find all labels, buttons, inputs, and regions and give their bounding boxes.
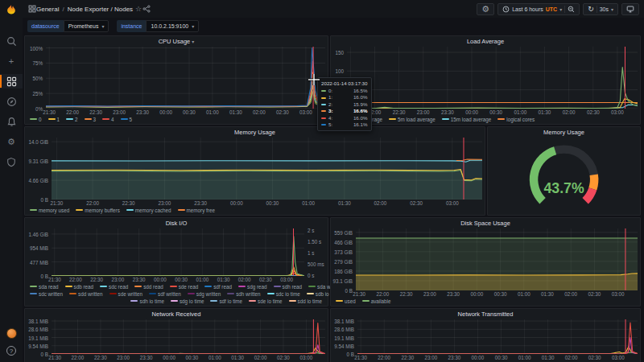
panel-title[interactable]: Disk Space Usage xyxy=(331,218,640,228)
legend-item[interactable]: sdg read xyxy=(238,284,267,290)
panel-title[interactable]: CPU Usage▾ xyxy=(25,36,328,47)
legend-item[interactable]: sdf read xyxy=(204,284,232,290)
share-icon[interactable] xyxy=(142,5,151,14)
tooltip-series-value: 16.5% xyxy=(345,88,368,94)
graph-canvas[interactable] xyxy=(357,319,638,354)
instance-select[interactable]: 10.0.2.15:9100 ▾ xyxy=(146,20,199,32)
graph-legend: memory usedmemory buffersmemory cachedme… xyxy=(25,207,482,214)
legend-item[interactable]: sde read xyxy=(170,284,199,290)
legend-item[interactable]: sdf io time xyxy=(210,298,242,304)
graph-canvas[interactable] xyxy=(356,228,638,290)
legend-item[interactable]: sda read xyxy=(30,284,59,290)
graph-canvas[interactable] xyxy=(52,138,482,200)
legend-item[interactable]: 5 xyxy=(121,117,133,122)
time-picker-button[interactable]: Last 6 hours UTC ▾ xyxy=(497,3,580,15)
sidebar-item-explore[interactable] xyxy=(0,94,23,109)
legend-item[interactable]: memory used xyxy=(30,208,69,213)
legend-item[interactable]: logical cores xyxy=(497,117,535,122)
legend-item[interactable]: sdb read xyxy=(65,284,94,290)
legend-item[interactable]: sdg written xyxy=(188,291,221,297)
zoom-out-icon[interactable] xyxy=(568,6,575,13)
graph-canvas[interactable] xyxy=(347,47,638,109)
panel-network-received: Network Received 38.1 MiB28.6 MiB19.1 Mi… xyxy=(24,308,328,362)
legend-swatch xyxy=(126,209,134,211)
x-tick: 02:00 xyxy=(253,109,266,115)
legend-item[interactable]: sdd read xyxy=(134,284,163,290)
user-avatar[interactable] xyxy=(6,328,17,339)
legend-item[interactable]: sdh io time xyxy=(130,298,163,304)
graph-legend: 012345 xyxy=(25,116,325,123)
legend-item[interactable]: sdh written xyxy=(227,291,260,297)
network-received-graph[interactable]: 38.1 MiB28.6 MiB19.1 MiB9.54 MiB0 B21:30… xyxy=(25,319,328,362)
panel-title[interactable]: Memory Usage xyxy=(25,127,485,138)
breadcrumb-dashboard[interactable]: Node Exporter / Nodes xyxy=(68,6,133,13)
refresh-interval-label: 30s xyxy=(600,6,609,12)
legend-swatch xyxy=(102,118,109,120)
panel-title[interactable]: Load Average xyxy=(331,36,640,47)
legend-item[interactable]: 4 xyxy=(102,117,114,122)
legend-item[interactable]: sdd written xyxy=(69,291,102,297)
sidebar-item-configuration[interactable]: ⚙ xyxy=(0,134,23,149)
graph-canvas[interactable] xyxy=(46,47,325,109)
sidebar-item-search[interactable] xyxy=(0,34,23,48)
legend-swatch xyxy=(30,286,37,287)
legend-item[interactable]: sdg io time xyxy=(171,298,204,304)
star-icon[interactable]: ☆ xyxy=(135,5,142,13)
sidebar-item-server-admin[interactable] xyxy=(0,154,23,169)
refresh-button[interactable]: ↻ 30s ▾ xyxy=(583,3,618,15)
legend-item[interactable]: 15m load average xyxy=(442,117,491,122)
help-icon[interactable]: ? xyxy=(6,346,16,356)
chevron-down-icon: ▾ xyxy=(611,6,613,12)
legend-item[interactable]: sdh read xyxy=(274,284,303,290)
panel-title[interactable]: Network Transmitted xyxy=(331,309,640,319)
legend-label: sdg io time xyxy=(180,298,204,304)
dashboard-settings-button[interactable]: ⚙ xyxy=(477,3,494,15)
disk-io-graph[interactable]: 1.46 GiB954 MiB477 MiB0 B2 s1.50 s1 s500… xyxy=(25,228,328,306)
legend-item[interactable]: sdf written xyxy=(149,291,181,297)
x-tick: 21:30 xyxy=(354,355,367,360)
panel-title[interactable]: Network Received xyxy=(25,309,328,319)
legend-item[interactable]: 1 xyxy=(48,117,60,122)
legend-item[interactable]: memory cached xyxy=(126,208,171,213)
network-transmitted-graph[interactable]: 38.1 MiB28.6 MiB19.1 MiB9.54 MiB0 B21:30… xyxy=(331,319,640,362)
datasource-select[interactable]: Prometheus ▾ xyxy=(64,20,109,32)
breadcrumb-folder[interactable]: General xyxy=(36,6,59,13)
topbar: General / Node Exporter / Nodes ☆ ⚙ Last… xyxy=(23,0,644,18)
legend-swatch xyxy=(308,286,316,287)
legend-item[interactable]: sdd io time xyxy=(289,298,322,304)
memory-usage-graph[interactable]: 14.0 GiB9.31 GiB4.66 GiB0 B21:3022:0022:… xyxy=(25,138,485,215)
legend-item[interactable]: 3 xyxy=(85,117,97,122)
legend-label: sdc read xyxy=(109,284,128,290)
disk-space-usage-graph[interactable]: 559 GiB466 GiB373 GiB279 GiB186 GiB93.1 … xyxy=(331,228,640,306)
x-tick: 02:00 xyxy=(238,277,251,282)
legend-item[interactable]: 5m load average xyxy=(389,117,436,122)
legend-item[interactable]: sdc io time xyxy=(267,291,300,297)
legend-item[interactable]: sde written xyxy=(109,291,142,297)
x-tick: 23:30 xyxy=(194,200,207,206)
legend-item[interactable]: sdc written xyxy=(30,291,63,297)
legend-item[interactable]: 2 xyxy=(66,117,78,122)
chevron-down-icon: ▾ xyxy=(559,6,562,12)
graph-canvas[interactable] xyxy=(52,319,325,354)
legend-item[interactable]: memory free xyxy=(178,208,215,213)
graph-legend: 1m load average5m load average15m load a… xyxy=(331,116,638,123)
graph-canvas[interactable] xyxy=(52,228,304,276)
y-axis-right: 2 s1.50 s1 s500 ms0 s xyxy=(304,228,325,276)
panel-title[interactable]: Disk I/O xyxy=(25,218,328,228)
grafana-logo-icon[interactable] xyxy=(5,3,18,16)
sidebar-item-dashboards[interactable] xyxy=(0,74,23,88)
legend-item[interactable]: sdc read xyxy=(100,284,128,290)
legend-item[interactable]: 0 xyxy=(30,117,42,122)
y-tick: 93.1 GiB xyxy=(332,278,353,283)
legend-item[interactable]: memory buffers xyxy=(76,208,120,213)
legend-item[interactable]: sde io time xyxy=(249,298,282,304)
cpu-usage-graph[interactable]: 100%75%50%25%0%21:3022:0022:3023:0023:30… xyxy=(25,47,328,124)
kiosk-mode-button[interactable] xyxy=(621,3,639,15)
panel-title[interactable]: Memory Usage xyxy=(488,127,640,138)
legend-item[interactable]: used xyxy=(336,298,356,304)
y-tick: 0 B xyxy=(41,197,48,203)
legend-item[interactable]: available xyxy=(362,298,391,304)
sidebar-item-alerting[interactable] xyxy=(0,114,23,129)
sidebar-item-create[interactable]: + xyxy=(0,54,23,68)
load-average-graph[interactable]: 15010050021:3022:0022:3023:0023:3000:000… xyxy=(331,47,640,124)
